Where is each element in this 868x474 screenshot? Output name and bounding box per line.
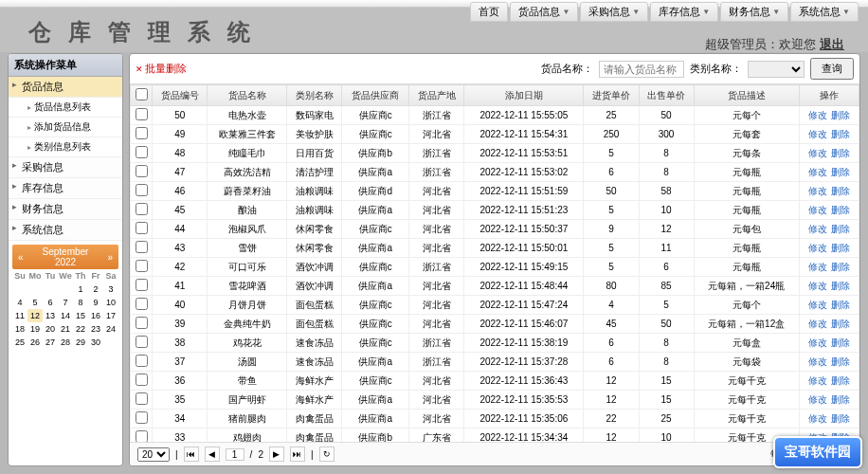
edit-link[interactable]: 修改 bbox=[808, 110, 827, 120]
edit-link[interactable]: 修改 bbox=[808, 413, 827, 424]
edit-link[interactable]: 修改 bbox=[808, 262, 827, 272]
row-checkbox[interactable] bbox=[136, 184, 148, 196]
calendar-day[interactable]: 5 bbox=[27, 296, 43, 309]
edit-link[interactable]: 修改 bbox=[808, 394, 827, 405]
row-checkbox[interactable] bbox=[136, 374, 148, 386]
calendar-day[interactable]: 18 bbox=[12, 322, 27, 336]
edit-link[interactable]: 修改 bbox=[808, 205, 827, 215]
calendar-day[interactable]: 9 bbox=[88, 296, 103, 309]
calendar-day[interactable]: 26 bbox=[27, 336, 43, 349]
sidebar-node[interactable]: 财务信息 bbox=[9, 199, 122, 220]
row-checkbox[interactable] bbox=[136, 146, 148, 158]
calendar-day[interactable]: 19 bbox=[27, 322, 43, 336]
calendar-day[interactable]: 25 bbox=[12, 336, 27, 349]
nav-item[interactable]: 首页 bbox=[470, 2, 508, 22]
delete-link[interactable]: 删除 bbox=[831, 337, 850, 348]
calendar-day[interactable]: 17 bbox=[103, 309, 118, 322]
name-filter-input[interactable] bbox=[599, 61, 684, 78]
sidebar-subitem[interactable]: 添加货品信息 bbox=[9, 118, 122, 137]
calendar-day[interactable]: 7 bbox=[58, 296, 73, 309]
calendar-day[interactable]: 30 bbox=[88, 336, 103, 349]
calendar-day[interactable]: 12 bbox=[27, 309, 43, 322]
calendar-day[interactable]: 4 bbox=[12, 296, 27, 309]
delete-link[interactable]: 删除 bbox=[831, 224, 850, 234]
delete-link[interactable]: 删除 bbox=[831, 356, 850, 367]
calendar-day[interactable]: 21 bbox=[58, 322, 73, 336]
row-checkbox[interactable] bbox=[136, 298, 148, 310]
calendar-day[interactable]: 14 bbox=[58, 309, 73, 322]
delete-link[interactable]: 删除 bbox=[831, 129, 850, 139]
calendar-day[interactable]: 8 bbox=[73, 296, 88, 309]
delete-link[interactable]: 删除 bbox=[831, 186, 850, 196]
delete-link[interactable]: 删除 bbox=[831, 281, 850, 291]
row-checkbox[interactable] bbox=[136, 355, 148, 367]
row-checkbox[interactable] bbox=[136, 336, 148, 348]
calendar-day[interactable]: 23 bbox=[88, 322, 103, 336]
page-input[interactable] bbox=[226, 448, 244, 461]
calendar-day[interactable]: 13 bbox=[43, 309, 58, 322]
sidebar-node[interactable]: 系统信息 bbox=[9, 220, 122, 241]
sidebar-node[interactable]: 库存信息 bbox=[9, 178, 122, 199]
calendar-day[interactable]: 28 bbox=[58, 336, 73, 349]
edit-link[interactable]: 修改 bbox=[808, 356, 827, 367]
row-checkbox[interactable] bbox=[136, 241, 148, 253]
calendar-day[interactable]: 20 bbox=[43, 322, 58, 336]
delete-link[interactable]: 删除 bbox=[831, 243, 850, 253]
nav-item[interactable]: 财务信息 ▼ bbox=[720, 2, 788, 22]
edit-link[interactable]: 修改 bbox=[808, 319, 827, 329]
row-checkbox[interactable] bbox=[136, 165, 148, 177]
delete-link[interactable]: 删除 bbox=[831, 262, 850, 272]
edit-link[interactable]: 修改 bbox=[808, 148, 827, 158]
sidebar-subitem[interactable]: 类别信息列表 bbox=[9, 137, 122, 157]
delete-link[interactable]: 删除 bbox=[831, 205, 850, 215]
prev-page-button[interactable]: ◀ bbox=[205, 447, 220, 462]
row-checkbox[interactable] bbox=[136, 411, 148, 424]
select-all-checkbox[interactable] bbox=[136, 88, 148, 100]
row-checkbox[interactable] bbox=[136, 127, 148, 139]
edit-link[interactable]: 修改 bbox=[808, 300, 827, 310]
edit-link[interactable]: 修改 bbox=[808, 167, 827, 177]
calendar-day[interactable]: 11 bbox=[12, 309, 27, 322]
search-button[interactable]: 查询 bbox=[810, 58, 854, 80]
row-checkbox[interactable] bbox=[136, 279, 148, 291]
calendar-day[interactable]: 6 bbox=[43, 296, 58, 309]
calendar-day[interactable]: 24 bbox=[103, 322, 118, 336]
edit-link[interactable]: 修改 bbox=[808, 224, 827, 234]
delete-link[interactable]: 删除 bbox=[831, 110, 850, 120]
last-page-button[interactable]: ⏭ bbox=[290, 447, 305, 462]
sidebar-subitem[interactable]: 货品信息列表 bbox=[9, 98, 122, 118]
row-checkbox[interactable] bbox=[136, 203, 148, 215]
edit-link[interactable]: 修改 bbox=[808, 337, 827, 348]
sidebar-node[interactable]: 货品信息 bbox=[9, 77, 122, 98]
calendar-day[interactable]: 16 bbox=[88, 309, 103, 322]
delete-link[interactable]: 删除 bbox=[831, 413, 850, 424]
edit-link[interactable]: 修改 bbox=[808, 375, 827, 386]
delete-link[interactable]: 删除 bbox=[831, 148, 850, 158]
calendar-day[interactable]: 3 bbox=[103, 283, 118, 296]
delete-link[interactable]: 删除 bbox=[831, 300, 850, 310]
refresh-button[interactable]: ↻ bbox=[319, 447, 335, 462]
batch-delete-button[interactable]: 批量删除 bbox=[136, 62, 187, 76]
nav-item[interactable]: 库存信息 ▼ bbox=[650, 2, 718, 22]
calendar-day[interactable]: 10 bbox=[103, 296, 118, 309]
row-checkbox[interactable] bbox=[136, 222, 148, 234]
row-checkbox[interactable] bbox=[136, 108, 148, 120]
delete-link[interactable]: 删除 bbox=[831, 167, 850, 177]
nav-item[interactable]: 系统信息 ▼ bbox=[790, 2, 859, 22]
calendar-day[interactable]: 1 bbox=[73, 283, 88, 296]
calendar-day[interactable]: 22 bbox=[73, 322, 88, 336]
logout-link[interactable]: 退出 bbox=[820, 37, 844, 51]
sidebar-node[interactable]: 采购信息 bbox=[9, 157, 122, 178]
row-checkbox[interactable] bbox=[136, 317, 148, 329]
edit-link[interactable]: 修改 bbox=[808, 186, 827, 196]
edit-link[interactable]: 修改 bbox=[808, 243, 827, 253]
edit-link[interactable]: 修改 bbox=[808, 281, 827, 291]
calendar-day[interactable]: 2 bbox=[88, 283, 103, 296]
nav-item[interactable]: 货品信息 ▼ bbox=[510, 2, 578, 22]
edit-link[interactable]: 修改 bbox=[808, 129, 827, 139]
cal-prev[interactable]: « bbox=[14, 252, 27, 263]
delete-link[interactable]: 删除 bbox=[831, 319, 850, 329]
calendar-day[interactable]: 15 bbox=[73, 309, 88, 322]
next-page-button[interactable]: ▶ bbox=[269, 447, 284, 462]
row-checkbox[interactable] bbox=[136, 430, 148, 442]
